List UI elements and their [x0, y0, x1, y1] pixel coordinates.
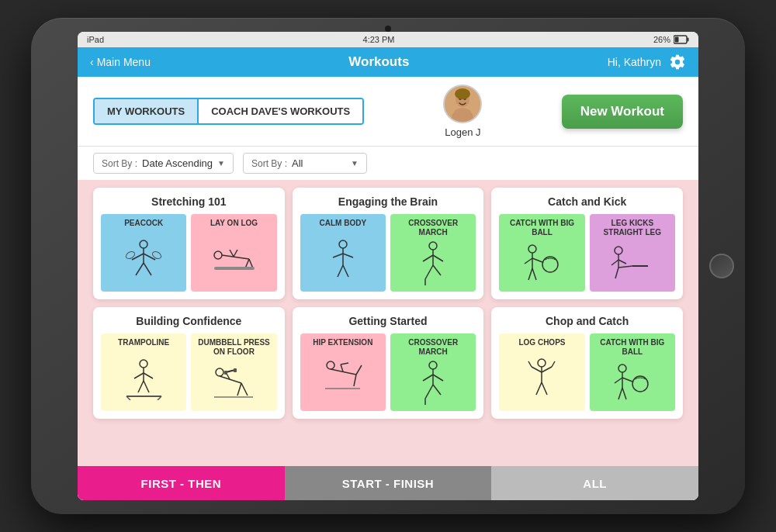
svg-line-42 [532, 268, 536, 280]
exercise-figure [305, 351, 381, 406]
exercise-tile-peacock[interactable]: Peacock [101, 214, 186, 292]
svg-line-18 [222, 255, 249, 259]
sort-date-chevron-icon: ▼ [217, 159, 225, 168]
back-button[interactable]: ‹ Main Menu [90, 56, 151, 68]
exercise-figure [395, 360, 471, 406]
battery-icon [674, 35, 689, 44]
new-workout-button[interactable]: New Workout [562, 95, 683, 129]
sort-date-filter[interactable]: Sort By : Date Ascending ▼ [93, 153, 234, 174]
exercise-label: TRAMPOLINE [118, 338, 169, 347]
svg-line-96 [622, 388, 626, 399]
user-name: Logen J [445, 126, 480, 138]
workout-card-getting-started[interactable]: Getting StartedHIP EXTENSION CROSSOVER M… [293, 307, 484, 419]
sort-all-prefix: Sort By : [251, 158, 287, 169]
exercise-label: CATCH WITH BIG BALL [504, 219, 580, 237]
svg-rect-1 [688, 38, 689, 42]
bottom-bar: FIRST - THEN START - FINISH ALL [78, 466, 698, 500]
first-then-button[interactable]: FIRST - THEN [78, 466, 285, 500]
filter-bar: Sort By : Date Ascending ▼ Sort By : All… [78, 146, 698, 180]
svg-point-30 [429, 242, 437, 250]
exercise-tile-lay-on-log[interactable]: LAY ON LOG [191, 214, 276, 292]
svg-line-40 [532, 258, 542, 262]
workout-card-building[interactable]: Building ConfidenceTRAMPOLINE DUMBBELL P… [93, 307, 285, 419]
tab-my-workouts[interactable]: MY WORKOUTS [95, 99, 197, 123]
exercise-figure [504, 351, 580, 406]
svg-line-26 [333, 254, 343, 257]
status-bar: iPad 4:23 PM 26% [78, 32, 698, 47]
workout-title-catch-kick: Catch and Kick [499, 195, 675, 208]
svg-line-90 [542, 382, 547, 395]
all-button[interactable]: ALL [491, 466, 698, 500]
svg-line-27 [343, 254, 353, 257]
workout-title-engaging: Engaging the Brain [300, 195, 476, 208]
svg-line-13 [136, 263, 144, 275]
svg-line-95 [618, 388, 622, 399]
svg-line-79 [433, 375, 443, 381]
svg-line-80 [425, 385, 433, 399]
exercise-tile-catch-with-big-ball[interactable]: CATCH WITH BIG BALL [590, 333, 675, 411]
svg-point-97 [632, 376, 648, 392]
workout-title-chop-catch: Chop and Catch [499, 315, 675, 327]
svg-point-9 [140, 240, 147, 248]
sort-all-value: All [292, 157, 303, 169]
exercise-label: LAY ON LOG [210, 219, 258, 228]
svg-rect-23 [214, 267, 255, 270]
home-button[interactable] [709, 254, 734, 278]
workout-card-engaging[interactable]: Engaging the BrainCalm Body CROSSOVER MA… [293, 188, 484, 299]
svg-point-37 [528, 245, 536, 253]
workout-grid: Stretching 101Peacock LAY ON LOG Engagin… [78, 180, 698, 466]
sort-date-prefix: Sort By : [102, 158, 137, 169]
svg-line-61 [220, 376, 241, 383]
exercise-figure [594, 360, 670, 406]
workout-row: Stretching 101Peacock LAY ON LOG Engagin… [93, 188, 683, 299]
avatar [443, 85, 482, 123]
exercise-tile-catch-with-big-ball[interactable]: CATCH WITH BIG BALL [499, 214, 584, 292]
svg-line-46 [611, 260, 618, 265]
workout-title-stretching: Stretching 101 [101, 195, 277, 208]
svg-line-89 [536, 382, 542, 395]
exercise-tiles-getting-started: HIP EXTENSION CROSSOVER MARCH [300, 333, 476, 411]
main-content: MY WORKOUTS COACH DAVE'S WORKOUTS [78, 77, 698, 500]
workout-title-building: Building Confidence [101, 315, 277, 327]
exercise-figure [106, 231, 182, 287]
sort-all-filter[interactable]: Sort By : All ▼ [243, 153, 367, 174]
exercise-tiles-engaging: Calm Body CROSSOVER MARCH [300, 214, 476, 292]
back-label: Main Menu [97, 56, 151, 68]
exercise-tile-hip-extension[interactable]: HIP EXTENSION [300, 333, 386, 411]
svg-line-20 [234, 250, 237, 257]
svg-line-47 [618, 260, 626, 264]
svg-point-44 [615, 247, 622, 254]
workout-card-stretching[interactable]: Stretching 101Peacock LAY ON LOG [93, 188, 285, 299]
svg-line-41 [528, 268, 532, 280]
start-finish-button[interactable]: START - FINISH [285, 466, 492, 500]
workout-tabs: MY WORKOUTS COACH DAVE'S WORKOUTS [93, 98, 364, 125]
exercise-tiles-catch-kick: CATCH WITH BIG BALL LEG KICKS straight l… [499, 214, 675, 292]
exercise-tile-leg-kicks-straight-leg[interactable]: LEG KICKS straight leg [590, 214, 675, 292]
settings-icon[interactable] [669, 54, 686, 71]
exercise-tile-crossover-march[interactable]: CROSSOVER MARCH [390, 333, 476, 411]
svg-line-33 [433, 255, 443, 261]
svg-line-28 [338, 265, 343, 277]
svg-point-24 [339, 240, 347, 248]
svg-line-78 [423, 375, 433, 381]
workout-card-catch-kick[interactable]: Catch and KickCATCH WITH BIG BALL LEG KI… [491, 188, 683, 299]
workout-card-chop-catch[interactable]: Chop and CatchLOG CHOPS CATCH WITH BIG B… [491, 307, 683, 419]
ipad-camera [385, 26, 391, 32]
exercise-figure [196, 360, 272, 406]
exercise-tile-calm-body[interactable]: Calm Body [300, 214, 386, 292]
svg-point-8 [455, 88, 470, 99]
battery-percent: 26% [653, 35, 670, 44]
exercise-tile-crossover-march[interactable]: CROSSOVER MARCH [390, 214, 476, 292]
svg-line-29 [343, 265, 348, 277]
exercise-label: CROSSOVER MARCH [395, 338, 471, 357]
tab-coach-workouts[interactable]: COACH DAVE'S WORKOUTS [197, 99, 362, 123]
svg-line-36 [433, 265, 441, 275]
svg-line-34 [425, 265, 433, 279]
exercise-tile-trampoline[interactable]: TRAMPOLINE [101, 333, 186, 411]
svg-point-60 [216, 368, 223, 376]
exercise-tile-log-chops[interactable]: LOG CHOPS [499, 333, 584, 411]
battery-section: 26% [653, 35, 689, 44]
exercise-tile-dumbbell-press-on-floor[interactable]: DUMBBELL PRESS ON FLOOR [191, 333, 276, 411]
svg-line-66 [237, 383, 241, 396]
svg-line-19 [230, 250, 234, 257]
